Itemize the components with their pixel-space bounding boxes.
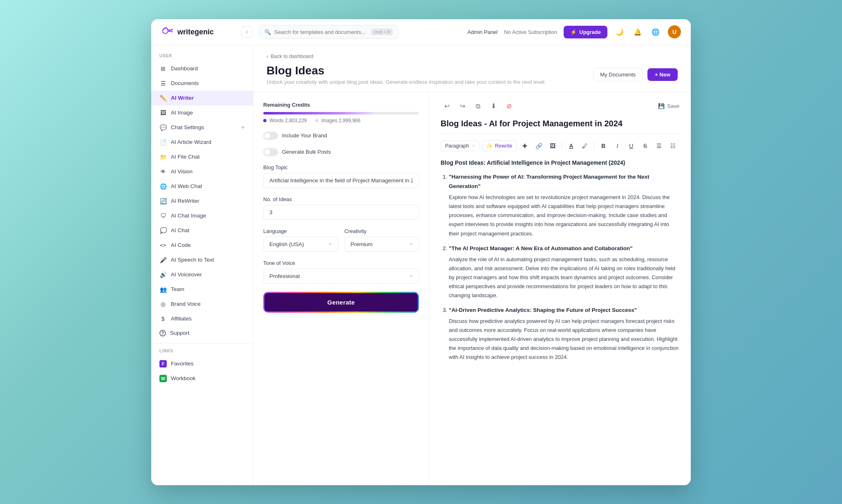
sidebar-item-ai-chat-image[interactable]: 🗨 AI Chat Image (151, 208, 253, 223)
highlight-button[interactable]: 🖊 (579, 140, 591, 152)
images-label: Images 2,999,966 (315, 118, 361, 123)
blog-topic-input[interactable] (263, 173, 419, 188)
format-divider-1 (562, 142, 562, 150)
subscription-status: No Active Subscription (504, 29, 557, 35)
upgrade-button[interactable]: ⚡ Upgrade (564, 26, 607, 38)
credits-title: Remaining Credits (263, 102, 419, 108)
ideas-input[interactable] (263, 205, 419, 220)
sidebar-item-ai-speech[interactable]: 🎤 AI Speech to Text (151, 253, 253, 267)
unordered-list-button[interactable]: ☰ (653, 140, 665, 152)
item-2-title: "The AI Project Manager: A New Era of Au… (449, 244, 679, 253)
generate-wrapper: Generate (263, 292, 419, 313)
list-item: "AI-Driven Predictive Analytics: Shaping… (449, 306, 679, 362)
sidebar-item-ai-code[interactable]: <> AI Code (151, 238, 253, 253)
sidebar-item-support[interactable]: ? Support (151, 326, 253, 340)
dashboard-icon: ⊞ (159, 65, 167, 72)
sidebar-item-ai-writer[interactable]: ✏️ AI Writer (151, 91, 253, 105)
credits-section: Remaining Credits Words 2,803,229 I (263, 102, 419, 123)
sidebar-item-documents[interactable]: ☰ Documents (151, 76, 253, 91)
blog-topic-group: Blog Topic (263, 164, 419, 188)
sidebar-links-label: LINKS (151, 347, 253, 356)
sidebar-item-ai-article-wizard[interactable]: 📄 AI Article Wizard (151, 135, 253, 150)
tone-select[interactable]: Professional (263, 269, 419, 284)
page-title-row: Blog Ideas Unlock your creativity with u… (266, 64, 678, 85)
sidebar-item-ai-vision[interactable]: 👁 AI Vision (151, 164, 253, 179)
link-button[interactable]: 🔗 (533, 140, 544, 152)
sidebar-item-ai-web-chat[interactable]: 🌐 AI Web Chat (151, 179, 253, 194)
search-input[interactable] (274, 29, 368, 35)
sidebar-item-label: AI Web Chat (171, 183, 202, 189)
notifications-icon[interactable]: 🔔 (632, 26, 643, 38)
globe-icon[interactable]: 🌐 (650, 26, 661, 38)
paragraph-select[interactable]: Paragraph (441, 141, 479, 151)
sidebar-item-ai-voiceover[interactable]: 🔊 AI Voiceover (151, 267, 253, 282)
include-brand-label: Include Your Brand (282, 132, 327, 139)
include-brand-toggle[interactable] (263, 132, 278, 140)
sidebar-item-ai-rewriter[interactable]: 🔄 AI ReWriter (151, 194, 253, 208)
editor-heading: Blog Post Ideas: Artificial Intelligence… (441, 158, 679, 168)
breadcrumb-text: Back to dashboard (271, 54, 313, 59)
sidebar-item-ai-image[interactable]: 🖼 AI Image (151, 105, 253, 120)
tone-label: Tone of Voice (263, 260, 419, 266)
right-panel: ↩ ↪ ⧉ ⬇ ⊘ 💾 Save Blog Ideas - AI for Pro… (429, 92, 691, 485)
image-insert-button[interactable]: 🖼 (547, 140, 558, 152)
generate-button[interactable]: Generate (264, 293, 418, 311)
sidebar-item-label: Documents (171, 80, 199, 86)
italic-button[interactable]: I (611, 140, 623, 152)
redo-button[interactable]: ↪ (456, 100, 468, 112)
sidebar: USER ⊞ Dashboard ☰ Documents ✏️ AI Write… (151, 45, 253, 485)
add-format-button[interactable]: ✚ (519, 140, 531, 152)
sidebar-item-brand-voice[interactable]: ◎ Brand Voice (151, 297, 253, 311)
language-label: Language (263, 228, 338, 234)
font-color-button[interactable]: A (565, 140, 577, 152)
language-select[interactable]: English (USA) (263, 237, 338, 252)
sidebar-item-ai-file-chat[interactable]: 📁 AI File Chat (151, 150, 253, 164)
sidebar-item-label: AI Chat (171, 227, 189, 233)
underline-button[interactable]: U (625, 140, 637, 152)
download-button[interactable]: ⬇ (487, 100, 499, 112)
creativity-select[interactable]: Premium (345, 237, 419, 252)
sidebar-item-chat-settings[interactable]: 💬 Chat Settings + (151, 120, 253, 135)
collapse-button[interactable]: ‹ (241, 26, 253, 38)
ai-article-wizard-icon: 📄 (159, 139, 167, 146)
sidebar-item-favorites[interactable]: F Favorites (151, 356, 253, 371)
rewrite-button[interactable]: ✨ Rewrite (482, 140, 517, 151)
breadcrumb-arrow: ‹ (266, 54, 268, 59)
words-dot (263, 119, 266, 122)
sidebar-item-label: Chat Settings (171, 124, 204, 130)
theme-toggle-icon[interactable]: 🌙 (614, 26, 625, 38)
logo-icon (161, 26, 174, 38)
bold-button[interactable]: B (598, 140, 609, 152)
sidebar-item-team[interactable]: 👥 Team (151, 282, 253, 297)
item-3-title: "AI-Driven Predictive Analytics: Shaping… (449, 306, 679, 315)
save-area[interactable]: 💾 Save (658, 103, 679, 109)
stop-button[interactable]: ⊘ (503, 100, 515, 112)
creativity-label: Creativity (345, 228, 419, 234)
include-brand-row: Include Your Brand (263, 132, 419, 140)
page-header: ‹ Back to dashboard Blog Ideas Unlock yo… (253, 45, 691, 92)
ai-speech-icon: 🎤 (159, 256, 167, 264)
search-bar[interactable]: 🔍 cmd + K (259, 25, 398, 39)
breadcrumb[interactable]: ‹ Back to dashboard (266, 54, 678, 59)
page-title-group: Blog Ideas Unlock your creativity with u… (266, 64, 546, 85)
sidebar-item-label: Favorites (171, 361, 194, 367)
avatar[interactable]: U (668, 25, 681, 38)
sidebar-item-dashboard[interactable]: ⊞ Dashboard (151, 61, 253, 76)
undo-button[interactable]: ↩ (441, 100, 453, 112)
new-button[interactable]: + New (647, 68, 678, 81)
chat-settings-plus-icon[interactable]: + (241, 124, 245, 131)
sidebar-item-affiliates[interactable]: $ Affiliates (151, 311, 253, 326)
admin-panel-link[interactable]: Admin Panel (467, 29, 497, 35)
sidebar-item-workbook[interactable]: W Workbook (151, 371, 253, 386)
app-window: writegenic ‹ 🔍 cmd + K Admin Panel No Ac… (151, 19, 691, 485)
credits-bar-fill (263, 112, 372, 114)
bulk-posts-label: Generate Bulk Posts (282, 149, 331, 155)
credits-bar (263, 112, 419, 114)
bulk-posts-toggle[interactable] (263, 148, 278, 156)
affiliates-icon: $ (159, 315, 167, 323)
my-documents-button[interactable]: My Documents (593, 68, 643, 81)
sidebar-item-ai-chat[interactable]: 💭 AI Chat (151, 223, 253, 238)
strikethrough-button[interactable]: S (639, 140, 651, 152)
copy-button[interactable]: ⧉ (472, 100, 484, 112)
ordered-list-button[interactable]: ☷ (667, 140, 679, 152)
